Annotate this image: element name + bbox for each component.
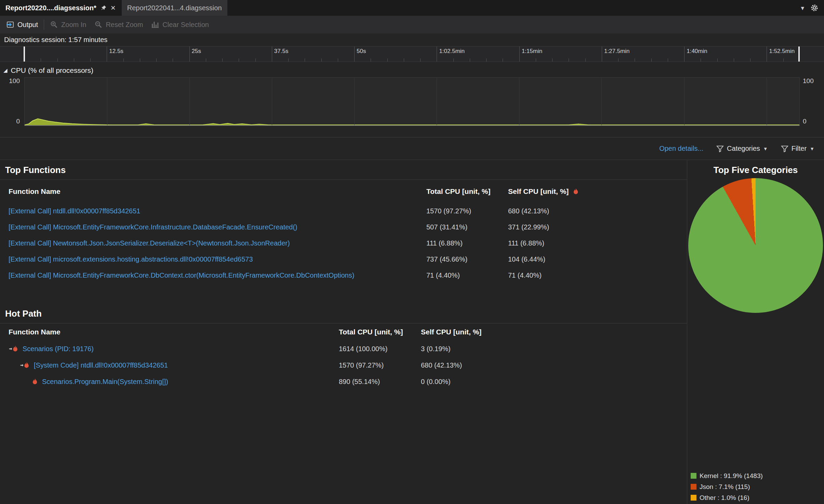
- timeline-tick-label: 1:27.5min: [604, 48, 630, 55]
- legend-swatch: [691, 495, 696, 501]
- timeline-minor-tick: [41, 58, 41, 62]
- legend-item: Kernel : 91.9% (1483): [691, 471, 763, 481]
- timeline-minor-tick: [288, 58, 289, 62]
- legend-label: Other : 1.0% (16): [700, 494, 749, 502]
- cpu-plot[interactable]: [24, 77, 800, 126]
- zoom-in-button[interactable]: Zoom In: [46, 16, 90, 34]
- self-cpu-cell: 3 (0.19%): [421, 345, 687, 353]
- timeline-minor-tick: [486, 58, 487, 62]
- timeline-minor-tick: [239, 58, 239, 62]
- tab-report-active[interactable]: Report20220....diagsession* ×: [0, 0, 121, 16]
- col-function-name[interactable]: Function Name: [9, 187, 426, 196]
- legend-item: Other : 1.0% (16): [691, 493, 763, 503]
- timeline-minor-tick: [618, 58, 619, 62]
- clear-selection-button[interactable]: Clear Selection: [147, 16, 213, 34]
- hot-path-rows: Scenarios (PID: 19176)1614 (100.00%)3 (0…: [0, 341, 687, 390]
- magnifier-minus-icon: [94, 21, 103, 29]
- total-cpu-cell: 890 (55.14%): [339, 378, 421, 386]
- cpu-area-line: [25, 119, 799, 125]
- table-row: [External Call] microsoft.extensions.hos…: [0, 251, 687, 267]
- y-axis-min-left: 0: [0, 118, 20, 125]
- timeline-minor-tick: [140, 58, 140, 62]
- output-button[interactable]: Output: [2, 16, 42, 34]
- categories-title: Top Five Categories: [687, 160, 824, 175]
- col-function-name[interactable]: Function Name: [9, 328, 339, 336]
- timeline-tick-label: 25s: [192, 48, 201, 55]
- flame-arrow-icon: [9, 345, 19, 353]
- categories-dropdown[interactable]: Categories ▼: [716, 145, 768, 152]
- table-row: [External Call] ntdll.dll!0x00007ff85d34…: [0, 203, 687, 219]
- close-icon[interactable]: ×: [111, 4, 116, 12]
- timeline-minor-tick: [338, 58, 338, 62]
- flame-icon: [572, 188, 580, 195]
- timeline-minor-tick: [717, 58, 718, 62]
- self-cpu-cell: 111 (6.88%): [508, 239, 687, 247]
- function-link[interactable]: Scenarios.Program.Main(System.String[]): [42, 378, 168, 386]
- timeline-minor-tick: [668, 58, 668, 62]
- function-link[interactable]: [External Call] Newtonsoft.Json.JsonSeri…: [9, 239, 290, 247]
- total-cpu-cell: 1570 (97.27%): [426, 207, 508, 215]
- timeline-tick-label: 12.5s: [109, 48, 123, 55]
- timeline-tick-label: 1:40min: [687, 48, 707, 55]
- functions-panel: Top Functions Function Name Total CPU [u…: [0, 160, 687, 504]
- cpu-gridline: [272, 78, 272, 125]
- cpu-gridline: [354, 78, 355, 125]
- top-functions-header: Function Name Total CPU [unit, %] Self C…: [0, 180, 687, 203]
- timeline-minor-tick: [156, 58, 157, 62]
- tab-report-inactive[interactable]: Report2022041...4.diagsession: [122, 0, 227, 16]
- function-link[interactable]: [External Call] microsoft.extensions.hos…: [9, 255, 253, 263]
- expander-triangle-icon[interactable]: ◢: [3, 67, 8, 74]
- timeline-tick-label: 1:15min: [522, 48, 542, 55]
- total-cpu-cell: 1570 (97.27%): [339, 361, 421, 369]
- top-functions-title: Top Functions: [0, 160, 687, 180]
- reset-zoom-button[interactable]: Reset Zoom: [90, 16, 147, 34]
- timeline-minor-tick: [503, 58, 503, 62]
- hot-path-title: Hot Path: [0, 304, 687, 323]
- y-axis-min-right: 0: [803, 118, 822, 125]
- filter-dropdown[interactable]: Filter ▼: [781, 145, 814, 152]
- function-link[interactable]: [External Call] Microsoft.EntityFramewor…: [9, 271, 354, 279]
- timeline-tick-label: 50s: [357, 48, 366, 55]
- timeline-minor-tick: [585, 58, 586, 62]
- hot-path-row: [System Code] ntdll.dll!0x00007ff85d3426…: [0, 357, 687, 373]
- tab-label: Report2022041...4.diagsession: [127, 4, 222, 12]
- gear-icon[interactable]: [810, 4, 819, 12]
- col-self-cpu[interactable]: Self CPU [unit, %]: [508, 187, 687, 196]
- timeline-minor-tick: [569, 58, 569, 62]
- timeline-ruler[interactable]: 12.5s25s37.5s50s1:02.5min1:15min1:27.5mi…: [0, 46, 824, 62]
- categories-panel: Top Five Categories Kernel : 91.9% (1483…: [687, 160, 824, 504]
- function-link[interactable]: Scenarios (PID: 19176): [23, 345, 94, 353]
- function-link[interactable]: [External Call] ntdll.dll!0x00007ff85d34…: [9, 207, 140, 215]
- table-row: [External Call] Microsoft.EntityFramewor…: [0, 267, 687, 283]
- selection-handle-right[interactable]: [798, 47, 800, 62]
- main-area: Top Functions Function Name Total CPU [u…: [0, 160, 824, 504]
- total-cpu-cell: 1614 (100.00%): [339, 345, 421, 353]
- function-link[interactable]: [System Code] ntdll.dll!0x00007ff85d3426…: [34, 361, 168, 369]
- col-self-cpu-label: Self CPU [unit, %]: [508, 187, 569, 196]
- col-self-cpu[interactable]: Self CPU [unit, %]: [421, 328, 687, 336]
- links-row: Open details... Categories ▼ Filter ▼: [0, 137, 824, 160]
- y-axis-max-right: 100: [803, 77, 822, 85]
- col-total-cpu[interactable]: Total CPU [unit, %]: [339, 328, 421, 336]
- cpu-gridline: [601, 78, 602, 125]
- cpu-section-header[interactable]: ◢ CPU (% of all processors): [0, 64, 93, 77]
- hot-path-row: Scenarios (PID: 19176)1614 (100.00%)3 (0…: [0, 341, 687, 357]
- col-total-cpu[interactable]: Total CPU [unit, %]: [426, 187, 508, 196]
- timeline-major-tick: [272, 47, 272, 62]
- chevron-down-icon: ▼: [810, 146, 814, 151]
- self-cpu-cell: 371 (22.99%): [508, 223, 687, 231]
- open-details-link[interactable]: Open details...: [659, 145, 703, 152]
- function-link[interactable]: [External Call] Microsoft.EntityFramewor…: [9, 223, 297, 231]
- timeline-major-tick: [519, 47, 520, 62]
- function-name-cell: [External Call] ntdll.dll!0x00007ff85d34…: [9, 207, 426, 215]
- pin-icon[interactable]: [101, 5, 107, 11]
- timeline-major-tick: [602, 47, 602, 62]
- timeline-minor-tick: [783, 58, 784, 62]
- selection-handle-left[interactable]: [24, 47, 25, 62]
- chevron-down-icon[interactable]: ▾: [801, 4, 804, 12]
- table-row: [External Call] Newtonsoft.Json.JsonSeri…: [0, 235, 687, 251]
- timeline-minor-tick: [470, 58, 470, 62]
- timeline-major-tick: [189, 47, 190, 62]
- self-cpu-cell: 0 (0.00%): [421, 378, 687, 386]
- total-cpu-cell: 71 (4.40%): [426, 271, 508, 279]
